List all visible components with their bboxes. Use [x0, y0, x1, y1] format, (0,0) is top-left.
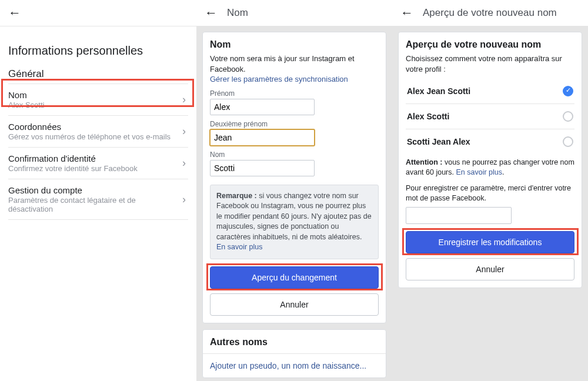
row-contact[interactable]: Coordonnées Gérez vos numéros de télépho…: [8, 116, 188, 148]
settings-list: Nom Alex Scotti › Coordonnées Gérez vos …: [8, 83, 188, 220]
preview-card: Aperçu de votre nouveau nom Choisissez c…: [398, 32, 582, 288]
row-account-title: Gestion du compte: [8, 185, 182, 195]
page-title: Informations personnelles: [8, 44, 188, 58]
name-option-1[interactable]: Alex Jean Scotti: [406, 79, 574, 104]
other-names-title: Autres noms: [203, 330, 386, 354]
first-name-input[interactable]: [210, 99, 315, 115]
card-desc: Choisissez comment votre nom apparaîtra …: [406, 54, 574, 74]
row-contact-title: Coordonnées: [8, 122, 171, 132]
topbar-title: Nom: [227, 7, 248, 19]
back-icon[interactable]: ←: [8, 6, 21, 19]
back-icon[interactable]: ←: [400, 6, 413, 19]
row-identity-desc: Confirmez votre identité sur Facebook: [8, 164, 138, 173]
option-label: Alex Scotti: [407, 112, 449, 121]
chevron-right-icon: ›: [182, 93, 186, 106]
password-prompt: Pour enregistrer ce paramètre, merci d'e…: [406, 183, 574, 203]
row-name[interactable]: Nom Alex Scotti ›: [8, 84, 188, 116]
radio-checked-icon: [563, 86, 573, 96]
row-contact-desc: Gérez vos numéros de téléphone et vos e-…: [8, 132, 171, 141]
row-name-title: Nom: [8, 90, 44, 100]
preview-change-button[interactable]: Aperçu du changement: [210, 266, 379, 289]
card-title: Aperçu de votre nouveau nom: [406, 39, 574, 50]
row-identity-title: Confirmation d'identité: [8, 153, 138, 163]
last-name-input[interactable]: [210, 160, 315, 176]
first-name-label: Prénom: [210, 89, 379, 98]
option-label: Scotti Jean Alex: [407, 137, 470, 146]
sync-settings-link[interactable]: Gérer les paramètres de synchronisation: [210, 75, 348, 83]
card-desc: Votre nom sera mis à jour sur Instagram …: [210, 54, 379, 85]
row-identity[interactable]: Confirmation d'identité Confirmez votre …: [8, 148, 188, 179]
topbar-title: Aperçu de votre nouveau nom: [423, 7, 557, 19]
cancel-button[interactable]: Annuler: [406, 258, 574, 280]
name-options: Alex Jean Scotti Alex Scotti Scotti Jean…: [406, 79, 574, 154]
back-icon[interactable]: ←: [205, 6, 218, 19]
row-account-mgmt[interactable]: Gestion du compte Paramètres de contact …: [8, 179, 188, 220]
row-account-desc: Paramètres de contact légataire et de dé…: [8, 196, 182, 213]
section-general: Général: [8, 68, 188, 80]
radio-icon: [563, 136, 573, 147]
name-option-2[interactable]: Alex Scotti: [406, 104, 574, 129]
middle-name-input[interactable]: [210, 129, 315, 146]
row-name-value: Alex Scotti: [8, 101, 44, 109]
card-title: Nom: [210, 39, 379, 50]
warning-text: Attention : vous ne pourrez pas changer …: [406, 158, 574, 178]
name-option-3[interactable]: Scotti Jean Alex: [406, 129, 574, 154]
save-changes-button[interactable]: Enregistrer les modifications: [406, 231, 574, 253]
other-names-card: Autres noms Ajouter un pseudo, un nom de…: [202, 329, 386, 378]
last-name-label: Nom: [210, 151, 379, 159]
learn-more-link[interactable]: En savoir plus: [456, 168, 502, 176]
middle-name-label: Deuxième prénom: [210, 120, 379, 128]
learn-more-link[interactable]: En savoir plus: [216, 243, 263, 251]
chevron-right-icon: ›: [182, 157, 186, 169]
add-other-name-link[interactable]: Ajouter un pseudo, un nom de naissance..…: [203, 354, 386, 377]
password-input[interactable]: [406, 207, 512, 224]
option-label: Alex Jean Scotti: [407, 86, 470, 96]
radio-icon: [563, 111, 573, 122]
chevron-right-icon: ›: [182, 193, 186, 206]
cancel-button[interactable]: Annuler: [210, 293, 379, 316]
name-change-note: Remarque : si vous changez votre nom sur…: [210, 185, 379, 259]
name-edit-card: Nom Votre nom sera mis à jour sur Instag…: [202, 32, 386, 323]
chevron-right-icon: ›: [182, 125, 186, 138]
